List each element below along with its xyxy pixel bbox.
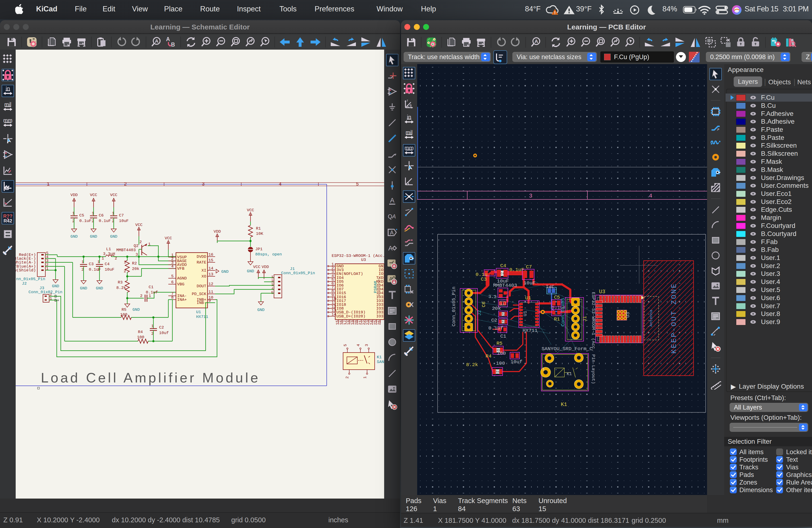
svg-text:DOUT: DOUT (197, 284, 206, 289)
svg-text:GND: GND (71, 234, 78, 239)
svg-text:C3: C3 (481, 277, 487, 282)
svg-text:GND: GND (110, 234, 117, 239)
svg-text:AGND: AGND (177, 276, 187, 281)
svg-text:K1: K1 (377, 355, 381, 360)
svg-text:K1: K1 (567, 371, 572, 376)
svg-text:1: 1 (124, 260, 126, 264)
svg-text:U3: U3 (599, 289, 605, 295)
svg-text:HX711: HX711 (196, 314, 208, 319)
svg-text:1: 1 (92, 211, 94, 216)
svg-text:Q2: Q2 (134, 244, 139, 248)
svg-text:R2: R2 (132, 261, 137, 266)
svg-text:Antenna: Antenna (649, 310, 653, 326)
svg-text:1: 1 (97, 260, 100, 264)
svg-text:1: 1 (112, 211, 114, 216)
svg-text:10K: 10K (256, 232, 263, 236)
svg-text:VCC: VCC (165, 236, 172, 240)
svg-text:0.1uF: 0.1uF (79, 219, 91, 223)
svg-text:5: 5 (343, 344, 348, 347)
svg-text:1: 1 (82, 260, 84, 264)
svg-text:XO: XO (202, 274, 206, 279)
svg-text:1: 1 (47, 181, 49, 187)
svg-text:VDD: VDD (262, 265, 269, 269)
svg-text:Conn_01x02_Pin: Conn_01x02_Pin (29, 290, 62, 294)
svg-text:INB-: INB- (197, 300, 206, 305)
svg-text:2: 2 (124, 269, 126, 274)
svg-text:3: 3 (529, 193, 532, 199)
svg-text:C4: C4 (501, 272, 504, 275)
svg-text:5: 5 (271, 291, 274, 295)
svg-text:MMBT4403: MMBT4403 (116, 248, 136, 252)
svg-text:L1: L1 (501, 302, 505, 306)
svg-text:5: 5 (171, 274, 174, 278)
svg-text:VDD: VDD (214, 229, 221, 234)
svg-text:GND: GND (221, 269, 229, 274)
svg-text:1: 1 (149, 294, 151, 298)
svg-text:C1: C1 (149, 285, 154, 289)
svg-text:1: 1 (102, 256, 104, 261)
svg-text:100: 100 (137, 335, 144, 339)
svg-text:XI: XI (202, 268, 206, 273)
svg-text:JP1: JP1 (255, 247, 263, 251)
svg-text:2: 2 (140, 294, 143, 298)
svg-text:VCC: VCC (90, 193, 97, 197)
svg-text:L1: L1 (106, 247, 111, 251)
svg-text:R2: R2 (502, 313, 505, 316)
svg-text:C5: C5 (554, 295, 560, 300)
svg-text:15: 15 (208, 258, 213, 263)
svg-text:R4: R4 (485, 353, 492, 359)
svg-text:USB_D+(IO20): USB_D+(IO20) (336, 314, 365, 319)
svg-text:12: 12 (208, 282, 213, 286)
svg-text:Conn_01x05_Pin: Conn_01x05_Pin (451, 287, 456, 326)
svg-text:26: 26 (377, 320, 381, 325)
svg-text:16: 16 (208, 252, 213, 257)
svg-text:KEEP-OUT ZONE: KEEP-OUT ZONE (670, 282, 678, 353)
svg-text:RATE: RATE (197, 260, 206, 265)
svg-text:C1: C1 (500, 334, 506, 339)
svg-text:Conn_01x05: Conn_01x05 (560, 298, 566, 326)
svg-text:R3: R3 (118, 280, 122, 285)
svg-text:4: 4 (171, 264, 174, 269)
svg-text:U3: U3 (625, 312, 630, 318)
svg-text:2: 2 (139, 240, 142, 244)
svg-text:100: 100 (496, 361, 505, 366)
svg-text:80sps, open: 80sps, open (255, 252, 282, 256)
svg-text:4: 4 (649, 193, 652, 199)
svg-text:C7: C7 (119, 213, 124, 218)
svg-text:SANY: SANY (377, 360, 384, 364)
svg-text:INA+: INA+ (177, 297, 187, 302)
svg-text:5: 5 (356, 181, 359, 187)
svg-text:13: 13 (208, 272, 213, 277)
svg-text:4: 4 (279, 181, 281, 187)
svg-text:IO3: IO3 (376, 314, 383, 319)
svg-text:8.2k: 8.2k (116, 285, 126, 290)
svg-text:3: 3 (364, 344, 369, 347)
svg-text:C4: C4 (500, 263, 506, 268)
svg-text:10uF: 10uF (105, 267, 114, 272)
svg-text:0.1uf: 0.1uf (488, 325, 503, 331)
svg-text:J2: J2 (477, 310, 482, 316)
svg-text:VDD: VDD (71, 193, 78, 197)
svg-text:R5: R5 (121, 307, 126, 312)
svg-text:Conn_01x05_Pin: Conn_01x05_Pin (281, 271, 315, 275)
svg-text:3: 3 (135, 252, 138, 257)
svg-text:2: 2 (124, 181, 127, 187)
svg-text:VCC: VCC (247, 208, 254, 212)
svg-text:C4: C4 (105, 262, 110, 266)
svg-text:R3: R3 (502, 320, 505, 324)
svg-text:PD_SCK: PD_SCK (192, 292, 206, 296)
svg-text:8.2k: 8.2k (466, 362, 478, 367)
svg-text:U3: U3 (361, 258, 366, 262)
svg-text:10uF: 10uF (523, 280, 535, 286)
svg-text:ESP32-S3-WROOM-1 (Acc. Pin Lay: ESP32-S3-WROOM-1 (Acc. Pin Layout) (591, 292, 596, 384)
svg-text:1: 1 (151, 324, 154, 328)
svg-text:C2: C2 (159, 325, 164, 330)
svg-text:14: 14 (208, 266, 213, 270)
svg-text:C5: C5 (79, 213, 84, 218)
svg-text:1: 1 (363, 376, 367, 379)
svg-text:3.3uH: 3.3uH (103, 252, 115, 256)
svg-text:VFB: VFB (177, 266, 185, 271)
svg-text:20k: 20k (132, 267, 139, 271)
svg-text:10uF: 10uF (119, 219, 129, 223)
svg-text:0.1uf: 0.1uf (146, 290, 158, 295)
